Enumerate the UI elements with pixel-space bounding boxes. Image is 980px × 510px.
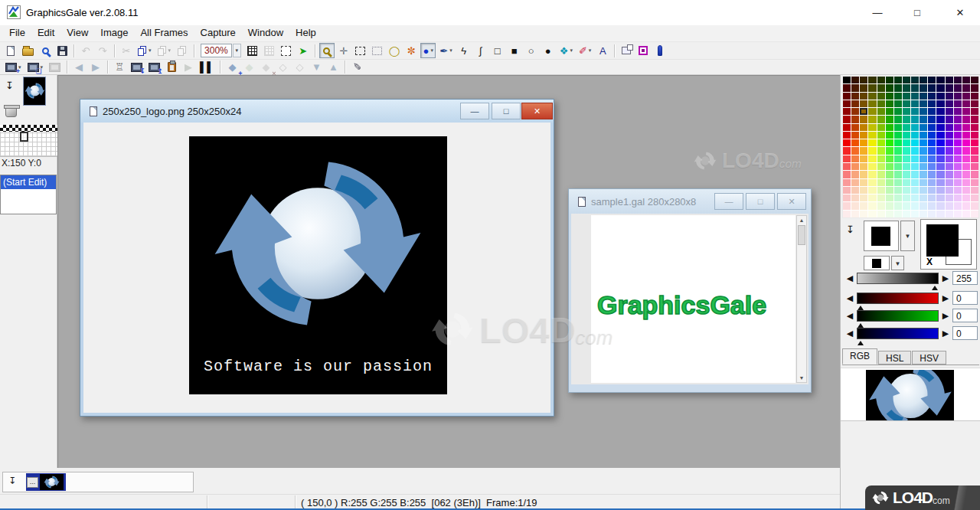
palette-cell[interactable] — [868, 187, 876, 194]
palette-cell[interactable] — [877, 124, 885, 131]
pen-tablet-button[interactable] — [652, 43, 668, 58]
trash-icon[interactable] — [5, 104, 17, 119]
palette-cell[interactable] — [894, 116, 902, 123]
palette-cell[interactable] — [851, 100, 859, 107]
green-slider-track[interactable] — [857, 310, 939, 322]
palette-cell[interactable] — [971, 147, 978, 154]
palette-cell[interactable] — [954, 93, 962, 100]
palette-cell[interactable] — [946, 163, 953, 170]
palette-cell[interactable] — [894, 211, 902, 217]
palette-cell[interactable] — [868, 108, 876, 115]
palette-cell[interactable] — [928, 155, 936, 162]
show-layer-button[interactable]: ◆ — [241, 60, 256, 75]
palette-cell[interactable] — [903, 163, 910, 170]
palette-cell[interactable] — [920, 108, 927, 115]
palette-cell[interactable] — [962, 139, 970, 146]
palette-cell[interactable] — [911, 132, 919, 139]
palette-cell[interactable] — [868, 139, 876, 146]
palette-cell[interactable] — [954, 202, 962, 209]
blue-slider-track[interactable] — [857, 328, 939, 339]
palette-cell[interactable] — [946, 84, 953, 91]
fill-bucket-tool[interactable]: ❖▾ — [557, 43, 575, 58]
palette-cell[interactable] — [936, 147, 944, 154]
palette-cell[interactable] — [886, 211, 893, 217]
palette-cell[interactable] — [954, 195, 962, 201]
palette-cell[interactable] — [962, 93, 970, 100]
palette-cell[interactable] — [903, 195, 910, 201]
alpha-value-field[interactable]: 255 — [952, 271, 978, 285]
palette-cell[interactable] — [971, 202, 978, 209]
copy-button[interactable]: ▾ — [136, 43, 154, 58]
palette-cell[interactable] — [928, 163, 936, 170]
palette-cell[interactable] — [868, 171, 876, 178]
palette-cell[interactable] — [886, 163, 893, 170]
palette-cell[interactable] — [971, 108, 978, 115]
palette-cell[interactable] — [877, 171, 885, 178]
child-minimize-button[interactable]: — — [714, 193, 743, 210]
palette-cell[interactable] — [903, 124, 910, 131]
palette-cell[interactable] — [868, 116, 876, 123]
palette-cell[interactable] — [946, 195, 953, 201]
menu-image[interactable]: Image — [94, 25, 134, 42]
sidebar-pin-icon[interactable]: ↧ — [5, 80, 14, 91]
lower-layer-button[interactable]: ▼ — [309, 60, 324, 75]
palette-cell[interactable] — [928, 132, 936, 139]
palette-cell[interactable] — [920, 155, 927, 162]
palette-cell[interactable] — [962, 100, 970, 107]
palette-cell[interactable] — [886, 84, 893, 91]
copy-frame-button[interactable]: ❏▾ — [25, 60, 46, 75]
navigator-panel[interactable] — [0, 125, 57, 157]
palette-cell[interactable] — [920, 124, 927, 131]
palette-cell[interactable] — [894, 195, 902, 201]
palette-cell[interactable] — [946, 211, 953, 217]
custom-grid-button[interactable] — [279, 43, 294, 58]
palette-cell[interactable] — [886, 187, 893, 194]
rect-filled-tool[interactable]: ■ — [507, 43, 522, 58]
palette-cell[interactable] — [928, 147, 936, 154]
red-decrease-button[interactable]: ◀ — [845, 293, 854, 303]
dropdown-caret-icon[interactable]: ▾ — [570, 47, 573, 54]
palette-cell[interactable] — [860, 147, 867, 154]
palette-cell[interactable] — [868, 202, 876, 209]
palette-cell[interactable] — [860, 195, 867, 201]
dropdown-caret-icon[interactable]: ▾ — [149, 47, 152, 54]
palette-cell[interactable] — [851, 155, 859, 162]
minimize-button[interactable]: — — [859, 0, 896, 25]
palette-cell[interactable] — [894, 163, 902, 170]
child-minimize-button[interactable]: — — [460, 103, 489, 119]
window-titlebar[interactable]: 250x250_logo.png 250x250x24 — □ ✕ — [80, 100, 554, 123]
palette-cell[interactable] — [962, 179, 970, 186]
palette-cell[interactable] — [928, 77, 936, 83]
palette-cell[interactable] — [851, 77, 859, 83]
vertical-scrollbar[interactable]: ▲ ▼ — [796, 215, 807, 383]
palette-cell[interactable] — [936, 84, 944, 91]
palette-cell[interactable] — [946, 147, 953, 154]
blue-decrease-button[interactable]: ◀ — [845, 329, 854, 338]
palette-cell[interactable] — [851, 171, 859, 178]
palette-cell[interactable] — [877, 187, 885, 194]
image-preview-thumbnail[interactable] — [23, 77, 46, 106]
palette-cell[interactable] — [946, 77, 953, 83]
background-color-combo[interactable] — [864, 256, 890, 270]
select-rect-tool[interactable] — [353, 43, 368, 58]
palette-cell[interactable] — [971, 139, 978, 146]
palette-cell[interactable] — [843, 124, 851, 131]
magic-wand-tool[interactable]: ✼ — [403, 43, 419, 58]
palette-cell[interactable] — [860, 108, 867, 115]
app-titlebar[interactable]: GraphicsGale ver.2.08.11 — □ ✕ — [0, 0, 980, 25]
menu-window[interactable]: Window — [242, 25, 289, 42]
scroll-up-arrow[interactable]: ▲ — [797, 216, 806, 224]
palette-cell[interactable] — [911, 211, 919, 217]
palette-cell[interactable] — [954, 147, 962, 154]
green-value-field[interactable]: 0 — [952, 309, 978, 322]
palette-cell[interactable] — [886, 108, 893, 115]
palette-cell[interactable] — [946, 132, 953, 139]
palette-cell[interactable] — [936, 116, 944, 123]
palette-cell[interactable] — [843, 155, 851, 162]
palette-cell[interactable] — [928, 93, 936, 100]
palette-cell[interactable] — [868, 100, 876, 107]
palette-cell[interactable] — [868, 124, 876, 131]
menu-view[interactable]: View — [60, 25, 94, 42]
palette-cell[interactable] — [936, 132, 944, 139]
palette-cell[interactable] — [894, 179, 902, 186]
